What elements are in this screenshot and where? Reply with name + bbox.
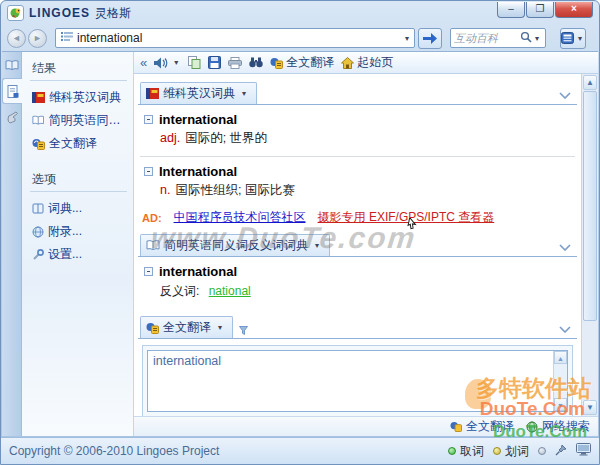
scroll-down-icon[interactable]: ▼ (554, 398, 567, 411)
scroll-down-icon[interactable]: ▼ (583, 400, 597, 415)
printer-icon (228, 57, 242, 69)
sidebar-item-settings[interactable]: 设置... (30, 243, 127, 266)
headword: international (159, 112, 237, 127)
main-area: 结果 维科英汉词典 简明英语同义... 全文翻译 选项 词典... 附录... (2, 51, 598, 436)
expand-icon[interactable] (144, 267, 153, 276)
expand-icon[interactable] (144, 115, 153, 124)
app-title-brand: LINGOES (29, 6, 90, 20)
sidebar-item-appendix[interactable]: 附录... (30, 220, 127, 243)
translate-input-scrollbar[interactable]: ▲ ▼ (553, 351, 567, 411)
search-icon[interactable] (520, 31, 532, 46)
part-of-speech: n. (160, 183, 170, 197)
content-scrollbar[interactable]: ▲ ▼ (581, 74, 598, 416)
dict2-collapse-chevron-icon[interactable] (555, 240, 575, 256)
home-button[interactable]: 起始页 (341, 54, 393, 71)
monitor-icon[interactable] (576, 443, 591, 459)
close-button[interactable]: × (555, 2, 593, 18)
highlight-word-toggle[interactable]: 划词 (493, 443, 529, 460)
sidebar-item-label: 全文翻译 (49, 135, 97, 152)
content-bottom-bar: 全文翻译 网络搜索 (134, 416, 598, 436)
dict2-tab[interactable]: 简明英语同义词反义词词典 ▾ (140, 234, 330, 256)
dict1-collapse-chevron-icon[interactable] (555, 88, 575, 104)
section-header-dict1: 维科英汉词典 ▾ (138, 82, 577, 105)
find-button[interactable] (249, 57, 263, 68)
speak-button[interactable]: ▾ (154, 57, 181, 69)
speaker-icon (154, 57, 168, 69)
main-menu-dropdown-icon: ▾ (575, 34, 585, 43)
dict2-entry: international 反义词: national (144, 264, 577, 300)
translate-tab[interactable]: 全文翻译 ▾ (140, 316, 233, 338)
lingoes-window: LINGOES 灵格斯 – ❐ × ◄ ► ▾ ▾ (0, 0, 600, 465)
capture-word-toggle[interactable]: 取词 (448, 443, 484, 460)
address-input[interactable] (77, 30, 402, 46)
tab-dictionary[interactable] (2, 52, 22, 78)
ad-link-1[interactable]: 中国程序员技术问答社区 (174, 209, 306, 226)
dict1-dropdown-icon: ▾ (239, 89, 249, 98)
headword: international (159, 264, 237, 279)
dict1-tab-label: 维科英汉词典 (163, 85, 235, 102)
section-header-translate: 全文翻译 ▾ (138, 316, 577, 339)
bottom-fulltext-button[interactable]: 全文翻译 (450, 418, 514, 435)
app-title-cn: 灵格斯 (95, 5, 131, 22)
clipboard-status-icon[interactable] (538, 447, 546, 455)
bottom-websearch-button[interactable]: 网络搜索 (526, 418, 590, 435)
definition: 国际的; 世界的 (185, 131, 267, 145)
hand-write-icon (6, 111, 19, 124)
translate-dropdown-icon: ▾ (215, 323, 225, 332)
main-menu-button[interactable]: ▾ (560, 28, 586, 49)
collapse-sidebar-button[interactable]: « (140, 55, 147, 70)
maximize-button[interactable]: ❐ (526, 2, 554, 18)
sidebar-item-dict1[interactable]: 维科英汉词典 (30, 86, 127, 109)
wrench-icon (32, 249, 44, 261)
minimize-button[interactable]: – (497, 2, 525, 18)
copy-button[interactable] (188, 56, 201, 69)
sidebar: 结果 维科英汉词典 简明英语同义... 全文翻译 选项 词典... 附录... (22, 52, 134, 436)
save-icon (208, 56, 221, 69)
sidebar-item-label: 维科英汉词典 (49, 89, 121, 106)
translate-options-icon[interactable] (239, 324, 248, 338)
binoculars-icon (249, 57, 263, 68)
web-search-input[interactable] (454, 32, 520, 44)
title-bar[interactable]: LINGOES 灵格斯 – ❐ × (1, 1, 599, 25)
home-label: 起始页 (357, 54, 393, 71)
back-button[interactable]: ◄ (7, 29, 26, 48)
scroll-up-icon[interactable]: ▲ (554, 351, 567, 364)
scrollbar-thumb[interactable] (583, 91, 597, 321)
antonym-line: 反义词: national (160, 283, 577, 300)
forward-button[interactable]: ► (28, 29, 47, 48)
tab-handwriting[interactable] (2, 104, 22, 130)
address-dropdown-icon[interactable]: ▾ (402, 34, 412, 43)
flag-dictionary-icon (32, 92, 45, 103)
fulltext-translate-button[interactable]: 全文翻译 (270, 54, 334, 71)
translate-tab-label: 全文翻译 (163, 319, 211, 336)
tab-results[interactable] (2, 78, 22, 104)
fulltext-translate-icon (450, 421, 462, 432)
translate-collapse-chevron-icon[interactable] (555, 322, 575, 338)
expand-icon[interactable] (144, 167, 153, 176)
scroll-up-icon[interactable]: ▲ (583, 75, 597, 90)
go-button[interactable] (418, 28, 442, 49)
app-logo-icon (7, 5, 24, 21)
flag-dictionary-icon (146, 88, 159, 99)
translate-panel: international ▲ ▼ Google 翻译 ▾ : (142, 345, 573, 416)
pin-icon[interactable] (555, 444, 567, 459)
sidebar-item-fulltext[interactable]: 全文翻译 (30, 132, 127, 155)
address-combobox[interactable]: ▾ (55, 28, 415, 48)
translate-input[interactable]: international (148, 351, 567, 411)
antonym-link[interactable]: national (209, 284, 251, 298)
dict1-entry-2: International n.国际性组织; 国际比赛 (144, 164, 577, 199)
save-button[interactable] (208, 56, 221, 69)
speaker-dropdown-icon[interactable]: ▾ (171, 58, 181, 67)
definition-line: n.国际性组织; 国际比赛 (160, 182, 577, 199)
cursor-icon (404, 218, 418, 237)
globe-icon (32, 226, 44, 238)
sidebar-item-dictionaries[interactable]: 词典... (30, 197, 127, 220)
copyright-text: Copyright © 2006-2010 Lingoes Project (9, 444, 219, 458)
search-engine-dropdown-icon[interactable]: ▾ (532, 34, 542, 43)
print-button[interactable] (228, 57, 242, 69)
sidebar-item-dict2[interactable]: 简明英语同义... (30, 109, 127, 132)
sidebar-item-label: 附录... (48, 223, 82, 240)
content-area: « ▾ 全文翻译 (134, 52, 598, 436)
dict1-tab[interactable]: 维科英汉词典 ▾ (140, 82, 257, 104)
web-search-box[interactable]: ▾ (450, 28, 546, 48)
